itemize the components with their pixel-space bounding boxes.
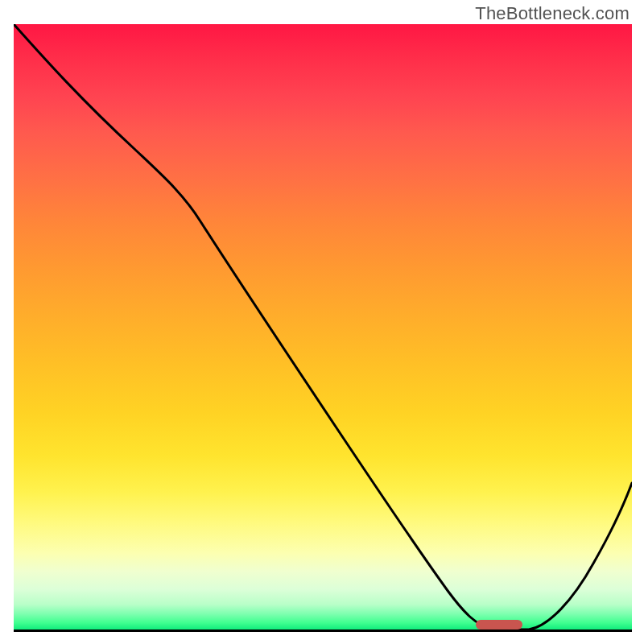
x-axis [14, 630, 632, 632]
bottleneck-curve [14, 24, 632, 630]
optimal-range-marker [476, 620, 522, 630]
chart-plot-area [14, 24, 632, 632]
chart-curve-layer [14, 24, 632, 632]
watermark-text: TheBottleneck.com [475, 3, 630, 24]
